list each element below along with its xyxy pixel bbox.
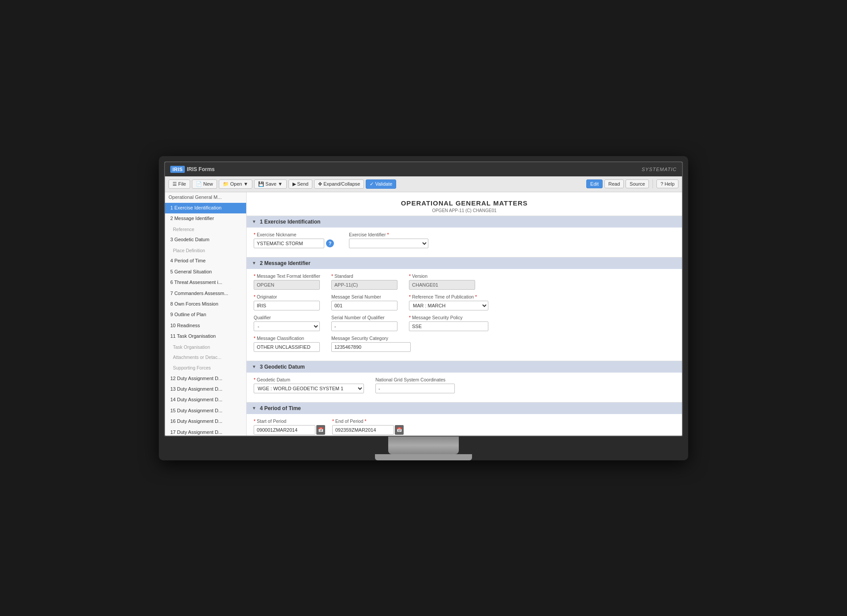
message-format-input[interactable] (254, 280, 320, 290)
send-button[interactable]: ▶ Send (289, 179, 313, 189)
sidebar-label: Place Definition (173, 248, 205, 253)
expand-collapse-button[interactable]: ✥ Expand/Collapse (314, 179, 364, 189)
qualifier-select[interactable]: - (254, 321, 320, 331)
exercise-identifier-field: Exercise Identifier * (349, 232, 446, 248)
sidebar-item-13-duty[interactable]: 13 Duty Assignment D... (165, 384, 246, 395)
save-icon: 💾 (258, 181, 264, 187)
national-grid-input[interactable] (375, 384, 455, 393)
ref-time-label: * Reference Time of Publication * (409, 294, 497, 299)
app-title: IRIS Forms (187, 166, 214, 172)
help-button[interactable]: ? Help (656, 179, 678, 188)
message-format-label: * Message Text Format Identifier (254, 273, 324, 279)
end-period-calendar-button[interactable]: 📅 (395, 425, 404, 435)
standard-input[interactable] (331, 280, 397, 290)
section-1-header[interactable]: ▼ 1 Exercise Identification (247, 216, 682, 228)
sidebar-item-14-duty[interactable]: 14 Duty Assignment D... (165, 395, 246, 405)
sidebar-label: 17 Duty Assignment D... (170, 429, 222, 435)
serial-number-input[interactable] (331, 301, 397, 310)
sidebar-item-4-period[interactable]: 4 Period of Time (165, 256, 246, 266)
sidebar-item-1-exercise-id[interactable]: 1 Exercise Identification (165, 203, 246, 213)
title-bar: IRIS IRIS Forms SYSTEMATIC (165, 162, 682, 176)
security-policy-input[interactable] (409, 321, 488, 331)
sidebar-label: 15 Duty Assignment D... (170, 408, 222, 413)
company-name: SYSTEMATIC (642, 167, 677, 172)
sidebar-item-7-commanders[interactable]: 7 Commanders Assessm... (165, 288, 246, 299)
version-input[interactable] (409, 280, 475, 290)
exercise-nickname-field: * Exercise Nickname ? (254, 232, 342, 248)
open-icon: 📁 (223, 181, 229, 187)
exercise-identifier-label: Exercise Identifier * (349, 232, 446, 237)
sidebar-item-11-task-org[interactable]: 11 Task Organisation (165, 331, 246, 342)
sidebar-item-16-duty[interactable]: 16 Duty Assignment D... (165, 416, 246, 427)
edit-button[interactable]: Edit (586, 179, 603, 188)
sidebar-item-6-threat[interactable]: 6 Threat Assessment i... (165, 277, 246, 288)
sidebar-item-10-readiness[interactable]: 10 Readiness (165, 321, 246, 331)
file-menu-button[interactable]: ☰ File (169, 179, 190, 189)
monitor-stand (388, 437, 459, 454)
sidebar-label: Supporting Forces (173, 365, 211, 370)
toolbar-right: Edit Read Source ? Help (586, 179, 678, 188)
section-1-row-1: * Exercise Nickname ? Exercis (254, 232, 675, 248)
ref-time-select[interactable]: MAR : MARCH (409, 301, 488, 310)
section-3-header[interactable]: ▼ 3 Geodetic Datum (247, 361, 682, 373)
new-button[interactable]: 📄 New (192, 179, 217, 189)
sidebar-item-supporting-forces[interactable]: Supporting Forces (165, 363, 246, 373)
originator-label: * Originator (254, 294, 324, 299)
section-2-row-4: * Message Classification Message Securit… (254, 336, 675, 352)
read-button[interactable]: Read (604, 179, 624, 188)
national-grid-field: National Grid System Coordinates (375, 377, 464, 393)
section-3-row-1: * Geodetic Datum WGE : WORLD GEODETIC SY… (254, 377, 675, 393)
sidebar-label: 12 Duty Assignment D... (170, 376, 222, 381)
sidebar-item-8-own-forces[interactable]: 8 Own Forces Mission (165, 299, 246, 310)
exercise-nickname-input-group: ? (254, 239, 342, 248)
sidebar-item-12-duty[interactable]: 12 Duty Assignment D... (165, 373, 246, 384)
sidebar-item-attachments[interactable]: Attachments or Detac... (165, 352, 246, 363)
save-label: Save (266, 181, 277, 187)
section-4-header[interactable]: ▼ 4 Period of Time (247, 403, 682, 414)
serial-qualifier-input[interactable] (331, 321, 397, 331)
security-category-field: Message Security Category (331, 336, 420, 352)
section-2-title: 2 Message Identifier (260, 260, 311, 266)
sidebar-item-5-general[interactable]: 5 General Situation (165, 267, 246, 277)
sidebar-item-17-duty[interactable]: 17 Duty Assignment D... (165, 427, 246, 436)
classification-input[interactable] (254, 342, 320, 352)
section-1-content: * Exercise Nickname ? Exercis (247, 228, 682, 257)
section-2-header[interactable]: ▼ 2 Message Identifier (247, 258, 682, 269)
security-policy-field: * Message Security Policy (409, 315, 497, 331)
originator-input[interactable] (254, 301, 320, 310)
sidebar-item-3-geodetic[interactable]: 3 Geodetic Datum (165, 235, 246, 245)
sidebar-item-task-organisation[interactable]: Task Organisation (165, 342, 246, 353)
exercise-nickname-input[interactable] (254, 239, 324, 248)
validate-icon: ✓ (370, 181, 374, 187)
geodetic-datum-field: * Geodetic Datum WGE : WORLD GEODETIC SY… (254, 377, 368, 393)
help-button-nickname[interactable]: ? (326, 239, 334, 247)
sidebar-item-9-outline[interactable]: 9 Outline of Plan (165, 310, 246, 320)
geodetic-datum-select[interactable]: WGE : WORLD GEODETIC SYSTEM 1 (254, 384, 364, 393)
sidebar-label: Operational General M... (169, 194, 221, 200)
validate-button[interactable]: ✓ Validate (366, 179, 396, 189)
sidebar-item-operational-general[interactable]: Operational General M... (165, 192, 246, 203)
toolbar-separator (652, 179, 653, 188)
sidebar-label: 8 Own Forces Mission (170, 301, 218, 306)
sidebar-item-15-duty[interactable]: 15 Duty Assignment D... (165, 406, 246, 416)
toolbar: ☰ File 📄 New 📁 Open ▼ 💾 Save ▼ (165, 176, 682, 192)
start-period-calendar-button[interactable]: 📅 (316, 425, 325, 435)
sidebar-label: 9 Outline of Plan (170, 312, 206, 317)
source-button[interactable]: Source (626, 179, 649, 188)
save-dropdown-icon: ▼ (278, 181, 283, 187)
security-category-input[interactable] (331, 342, 411, 352)
end-period-input[interactable] (332, 425, 394, 435)
sidebar-item-reference[interactable]: Reference (165, 224, 246, 235)
save-button[interactable]: 💾 Save ▼ (254, 179, 287, 189)
sidebar-label: 3 Geodetic Datum (170, 237, 210, 242)
message-format-field: * Message Text Format Identifier (254, 273, 324, 290)
sidebar-label: Task Organisation (173, 344, 210, 350)
open-button[interactable]: 📁 Open ▼ (219, 179, 252, 189)
start-period-input[interactable] (254, 425, 315, 435)
section-1-toggle: ▼ (252, 219, 256, 224)
exercise-nickname-label: * Exercise Nickname (254, 232, 342, 237)
end-period-field: * End of Period * 📅 (332, 418, 404, 435)
sidebar-item-2-message-id[interactable]: 2 Message Identifier (165, 213, 246, 224)
sidebar-item-place-definition[interactable]: Place Definition (165, 246, 246, 256)
exercise-identifier-select[interactable] (349, 239, 428, 248)
